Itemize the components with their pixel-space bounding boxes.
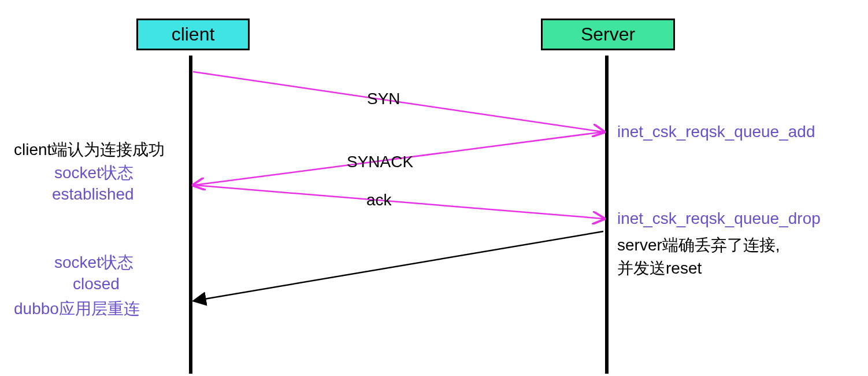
lifeline-server bbox=[605, 56, 609, 374]
annot-socket-est1: socket状态 bbox=[54, 162, 133, 184]
annot-socket-cls1: socket状态 bbox=[54, 252, 133, 274]
arrow-ack bbox=[194, 185, 603, 219]
actor-server: Server bbox=[541, 19, 675, 50]
annot-server-drop-l1: server端确丢弃了连接, bbox=[617, 234, 780, 256]
msg-ack-label: ack bbox=[366, 191, 392, 209]
msg-synack-label: SYNACK bbox=[347, 153, 413, 171]
annot-client-connected: client端认为连接成功 bbox=[14, 139, 165, 161]
annot-dubbo-reconnect: dubbo应用层重连 bbox=[14, 298, 140, 320]
annot-server-drop-l2: 并发送reset bbox=[617, 257, 702, 279]
annot-queue-add: inet_csk_reqsk_queue_add bbox=[617, 123, 815, 141]
arrow-reset bbox=[194, 231, 603, 301]
lifeline-client bbox=[189, 56, 192, 374]
annot-socket-est2: established bbox=[52, 185, 134, 204]
actor-client-label: client bbox=[172, 24, 215, 45]
msg-syn-label: SYN bbox=[367, 90, 400, 108]
annot-socket-cls2: closed bbox=[73, 275, 120, 293]
annot-queue-drop: inet_csk_reqsk_queue_drop bbox=[617, 209, 821, 228]
actor-client: client bbox=[136, 19, 250, 50]
actor-server-label: Server bbox=[581, 24, 635, 45]
